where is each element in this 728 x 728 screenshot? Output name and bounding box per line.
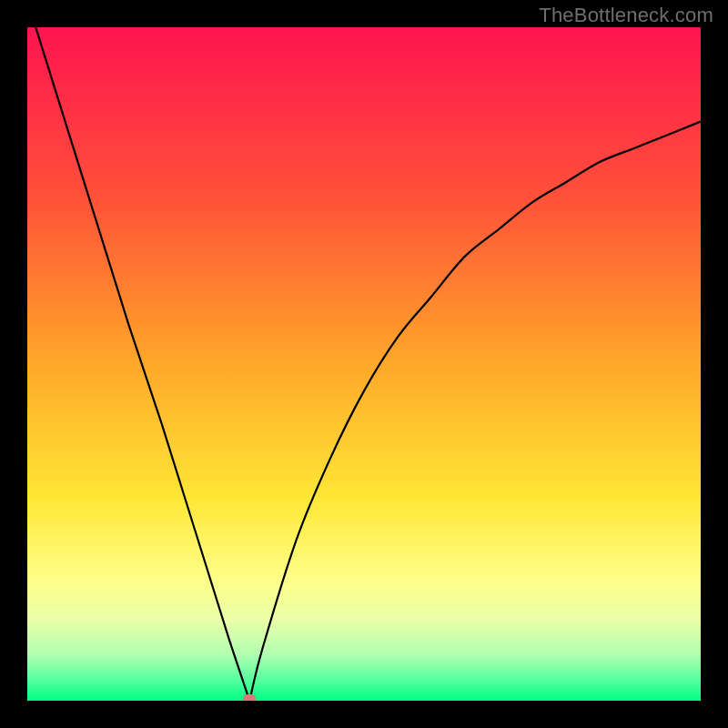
watermark-text: TheBottleneck.com	[539, 4, 713, 27]
bottleneck-curve	[27, 27, 701, 701]
chart-frame: TheBottleneck.com	[0, 0, 728, 728]
plot-area	[27, 27, 701, 701]
optimal-point-marker	[243, 694, 256, 701]
